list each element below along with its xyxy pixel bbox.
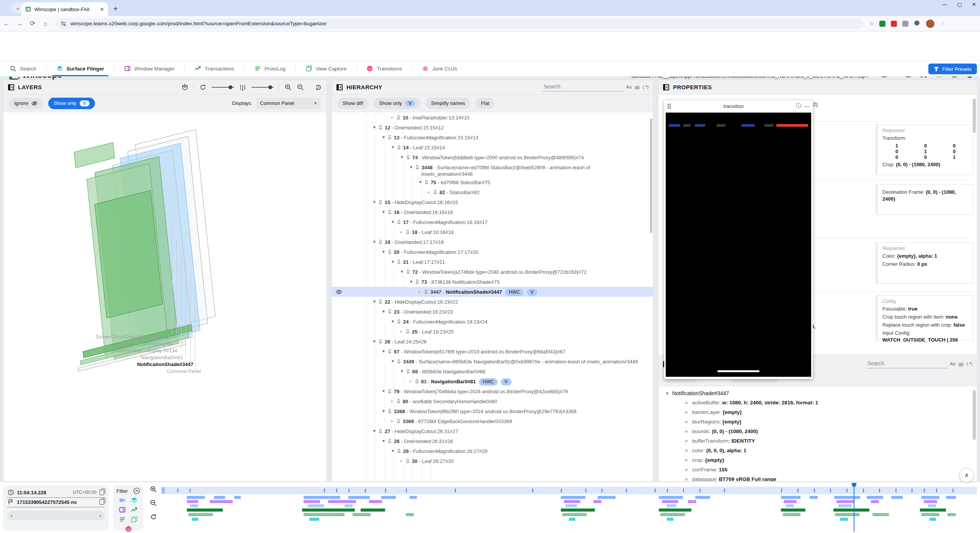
hierarchy-row-17[interactable]: ▼17 - FullscreenMagnification:16:16#17 bbox=[332, 217, 653, 227]
trace-segment[interactable] bbox=[188, 513, 213, 516]
trace-segment[interactable] bbox=[947, 513, 956, 516]
pin-to-timeline-icon[interactable] bbox=[415, 165, 419, 170]
timeline-track[interactable] bbox=[161, 513, 977, 516]
chevron-expanded-icon[interactable]: ▼ bbox=[665, 391, 669, 396]
chevron-expanded-icon[interactable]: ▼ bbox=[382, 250, 387, 254]
overlay-titlebar[interactable]: transition ⓘ — bbox=[664, 100, 813, 112]
hierarchy-row-14[interactable]: ▼14 - Leaf:15:15#14 bbox=[332, 142, 653, 152]
trace-segment[interactable] bbox=[304, 500, 320, 503]
pin-to-timeline-icon[interactable] bbox=[388, 349, 392, 354]
trace-segment[interactable] bbox=[565, 504, 577, 507]
pin-to-timeline-icon[interactable] bbox=[379, 429, 382, 434]
hierarchy-row-74[interactable]: ▼74 - WindowToken{fdddbe6 type=2000 andr… bbox=[332, 152, 653, 162]
bookmark-star-icon[interactable]: ☆ bbox=[869, 20, 874, 27]
property-row[interactable]: crop: {empty} bbox=[658, 455, 977, 465]
trace-segment[interactable] bbox=[667, 518, 673, 521]
trace-segment[interactable] bbox=[872, 513, 889, 516]
pin-to-timeline-icon[interactable] bbox=[379, 125, 382, 130]
trace-segment[interactable] bbox=[598, 496, 616, 499]
trace-segment[interactable] bbox=[214, 496, 225, 499]
chevron-expanded-icon[interactable]: ▼ bbox=[391, 260, 396, 264]
match-word-toggle[interactable]: ab bbox=[635, 85, 640, 89]
tab-surface-flinger[interactable]: Surface Flinger bbox=[47, 61, 114, 76]
chevron-expanded-icon[interactable]: ▼ bbox=[372, 429, 378, 433]
regex-toggle[interactable]: (.*) bbox=[967, 361, 972, 366]
window-maximize-icon[interactable]: ▢ bbox=[957, 2, 962, 7]
pin-to-timeline-icon[interactable] bbox=[397, 359, 401, 364]
trace-segment[interactable] bbox=[920, 508, 946, 512]
trace-segment[interactable] bbox=[921, 513, 939, 516]
properties-tree-root[interactable]: ▼ NotificationShade#3447 bbox=[658, 386, 977, 398]
collapse-panel-icon[interactable] bbox=[663, 84, 669, 90]
trace-segment[interactable] bbox=[369, 500, 382, 503]
trace-segment[interactable] bbox=[302, 508, 355, 512]
trace-segment[interactable] bbox=[308, 504, 324, 507]
chevron-expanded-icon[interactable]: ▼ bbox=[372, 339, 378, 343]
hierarchy-row-29[interactable]: ▼29 - FullscreenMagnification:26:27#29 bbox=[332, 446, 653, 456]
collapse-timeline-button[interactable]: ∧ bbox=[959, 468, 974, 482]
info-icon[interactable]: ⓘ bbox=[796, 103, 801, 110]
trace-segment[interactable] bbox=[783, 513, 801, 516]
trace-segment[interactable] bbox=[835, 513, 859, 516]
properties-tree-scrollbar[interactable] bbox=[973, 390, 976, 440]
collapse-filter-icon[interactable] bbox=[133, 487, 140, 494]
hierarchy-row-16[interactable]: ▼16 - OneHanded:16:16#16 bbox=[332, 207, 653, 217]
hierarchy-row-3449[interactable]: ▼3449 - Surface(name=885b63e NavigationB… bbox=[332, 356, 653, 366]
copy-icon[interactable] bbox=[100, 499, 104, 505]
pin-to-timeline-icon[interactable] bbox=[406, 155, 410, 160]
hierarchy-row-12[interactable]: ▼12 - OneHanded:15:15#12 bbox=[332, 123, 653, 132]
layer-spacing-icon[interactable] bbox=[239, 84, 246, 91]
trace-segment[interactable] bbox=[659, 496, 683, 499]
property-row[interactable]: bounds: (0, 0) - (1080, 2400) bbox=[658, 427, 977, 436]
tab-jank-cujs[interactable]: Jank CUJs bbox=[412, 61, 467, 76]
pin-to-timeline-icon[interactable] bbox=[415, 280, 419, 284]
filter-stack-toggle[interactable] bbox=[131, 516, 137, 523]
chevron-expanded-icon[interactable]: ▼ bbox=[382, 135, 387, 139]
pin-to-timeline-icon[interactable] bbox=[388, 439, 392, 444]
trace-segment[interactable] bbox=[187, 496, 205, 499]
hierarchy-row-24[interactable]: ▼24 - FullscreenMagnification:18:23#24 bbox=[332, 317, 653, 327]
pin-to-timeline-icon[interactable] bbox=[406, 459, 410, 464]
extension-icon-gray[interactable] bbox=[902, 21, 908, 27]
window-close-icon[interactable]: ✕ bbox=[972, 2, 976, 7]
extensions-puzzle-icon[interactable] bbox=[914, 20, 921, 27]
hierarchy-row-73[interactable]: ▼73 - 8736138 NotificationShade#73 bbox=[332, 277, 653, 287]
pin-to-timeline-icon[interactable] bbox=[388, 389, 392, 394]
property-row[interactable]: activeBuffer: w: 1080, h: 2400, stride: … bbox=[658, 398, 977, 407]
trace-segment[interactable] bbox=[309, 518, 319, 521]
pin-to-timeline-icon[interactable] bbox=[388, 135, 392, 140]
collapse-panel-icon[interactable] bbox=[336, 84, 343, 90]
tab-transitions[interactable]: Transitions bbox=[357, 61, 412, 76]
properties-scrollbar[interactable] bbox=[973, 98, 976, 133]
hierarchy-row-79[interactable]: ▼79 - WindowToken{7046b4a type=2024 andr… bbox=[332, 386, 653, 396]
rotation-icon[interactable] bbox=[199, 84, 206, 91]
transition-overlay-window[interactable]: transition ⓘ — bbox=[664, 100, 813, 379]
reset-view-icon[interactable] bbox=[315, 84, 322, 91]
layer-label[interactable]: ScreenDecorOverlay#60 bbox=[119, 341, 173, 347]
trace-segment[interactable] bbox=[781, 508, 805, 512]
trace-segment[interactable] bbox=[667, 504, 677, 507]
hierarchy-row-28[interactable]: ▼28 - OneHanded:26:31#28 bbox=[332, 436, 653, 446]
chevron-expanded-icon[interactable]: ▼ bbox=[409, 165, 415, 169]
trace-segment[interactable] bbox=[810, 496, 818, 499]
hierarchy-row-21[interactable]: ▼21 - Leaf:17:17#21 bbox=[332, 257, 653, 267]
chevron-expanded-icon[interactable]: ▼ bbox=[382, 210, 387, 214]
extension-icon-red[interactable] bbox=[891, 21, 897, 27]
timeline-zoom-in-icon[interactable] bbox=[150, 486, 157, 493]
minimap-handle[interactable] bbox=[162, 487, 165, 494]
trace-segment[interactable] bbox=[406, 513, 414, 516]
chevron-expanded-icon[interactable]: ▼ bbox=[372, 240, 378, 244]
match-word-toggle[interactable]: ab bbox=[959, 361, 964, 366]
filter-cam-toggle[interactable] bbox=[119, 497, 126, 504]
collapse-panel-icon[interactable] bbox=[8, 84, 14, 90]
pin-to-timeline-icon[interactable] bbox=[379, 339, 382, 344]
layer-label[interactable]: PointerLocation - display 0#134 bbox=[108, 348, 177, 353]
pin-to-timeline-icon[interactable] bbox=[397, 260, 401, 265]
trace-segment[interactable] bbox=[834, 496, 860, 499]
view-3d-icon[interactable] bbox=[181, 84, 188, 91]
next-frame-icon[interactable]: › bbox=[100, 513, 101, 518]
trace-segment[interactable] bbox=[659, 508, 691, 512]
timeline-track[interactable] bbox=[161, 500, 977, 503]
trace-segment[interactable] bbox=[871, 500, 879, 503]
chevron-expanded-icon[interactable]: ▼ bbox=[382, 389, 387, 393]
